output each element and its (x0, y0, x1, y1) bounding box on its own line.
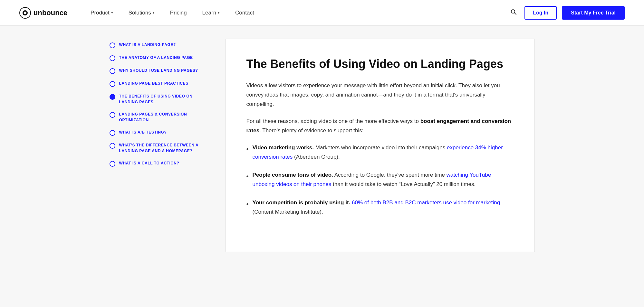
sidebar-dot-5 (110, 112, 115, 118)
article-body: Videos allow visitors to experience your… (246, 81, 514, 217)
bullet-2-text-after: (Content Marketing Institute). (253, 209, 323, 215)
sidebar-item-5[interactable]: Landing pages & conversion optimization (110, 108, 213, 126)
bullet-2-link[interactable]: 60% of both B2B and B2C marketers use vi… (352, 200, 500, 206)
bullet-1-bold: People consume tons of video. (253, 172, 333, 178)
product-chevron-icon: ▾ (111, 11, 113, 15)
sidebar-item-2[interactable]: Why should I use landing pages? (110, 64, 213, 77)
solutions-chevron-icon: ▾ (153, 11, 155, 15)
svg-point-2 (24, 12, 26, 14)
search-button[interactable] (508, 6, 519, 19)
sidebar-dot-1 (110, 55, 115, 61)
sidebar-item-4[interactable]: The benefits of using video on landing p… (110, 90, 213, 108)
sidebar-item-3[interactable]: Landing page best practices (110, 77, 213, 90)
bullet-2-bold: Your competition is probably using it. (253, 200, 351, 206)
bullet-0-text-before: Marketers who incorporate video into the… (314, 144, 447, 151)
nav-learn[interactable]: Learn ▾ (195, 0, 227, 26)
article-title: The Benefits of Using Video on Landing P… (246, 57, 514, 71)
sidebar: What is a landing page? The anatomy of a… (110, 39, 213, 252)
article-intro-p1: Videos allow visitors to experience your… (246, 81, 514, 109)
sidebar-item-0[interactable]: What is a landing page? (110, 39, 213, 51)
bullet-item-1: People consume tons of video. According … (246, 171, 514, 189)
nav-contact[interactable]: Contact (227, 0, 262, 26)
sidebar-dot-4-active (110, 94, 115, 100)
logo[interactable]: unbounce (19, 7, 67, 19)
nav-product[interactable]: Product ▾ (83, 0, 121, 26)
sidebar-dot-3 (110, 81, 115, 87)
sidebar-item-8[interactable]: What is a call to action? (110, 157, 213, 170)
bullet-item-0: Video marketing works. Marketers who inc… (246, 143, 514, 162)
bullet-1-text-before: According to Google, they've spent more … (333, 172, 447, 178)
site-header: unbounce Product ▾ Solutions ▾ Pricing L… (0, 0, 644, 26)
bullet-1-text-after: than it would take to watch “Love Actual… (331, 181, 476, 187)
logo-text: unbounce (34, 9, 67, 17)
sidebar-dot-0 (110, 42, 115, 48)
sidebar-dot-7 (110, 143, 115, 149)
sidebar-item-6[interactable]: What is A/B testing? (110, 126, 213, 139)
bullet-0-bold: Video marketing works. (253, 144, 314, 151)
nav-solutions[interactable]: Solutions ▾ (121, 0, 162, 26)
sidebar-item-7[interactable]: What's the difference between a landing … (110, 139, 213, 157)
nav-pricing[interactable]: Pricing (162, 0, 195, 26)
bullet-list: Video marketing works. Marketers who inc… (246, 143, 514, 217)
svg-line-4 (514, 13, 516, 15)
search-icon (510, 9, 517, 15)
sidebar-dot-6 (110, 130, 115, 136)
page-container: What is a landing page? The anatomy of a… (97, 39, 548, 252)
sidebar-dot-2 (110, 68, 115, 74)
sidebar-item-1[interactable]: The anatomy of a landing page (110, 51, 213, 64)
header-actions: Log In Start My Free Trial (508, 6, 625, 20)
login-button[interactable]: Log In (524, 6, 557, 20)
main-content: The Benefits of Using Video on Landing P… (226, 39, 535, 252)
bullet-item-2: Your competition is probably using it. 6… (246, 198, 514, 217)
logo-icon (19, 7, 31, 19)
learn-chevron-icon: ▾ (218, 11, 220, 15)
article-intro-p2: For all these reasons, adding video is o… (246, 117, 514, 135)
trial-button[interactable]: Start My Free Trial (562, 6, 625, 20)
sidebar-dot-8 (110, 161, 115, 167)
bullet-0-text-after: (Aberdeen Group). (293, 154, 340, 160)
main-nav: Product ▾ Solutions ▾ Pricing Learn ▾ Co… (83, 0, 508, 26)
